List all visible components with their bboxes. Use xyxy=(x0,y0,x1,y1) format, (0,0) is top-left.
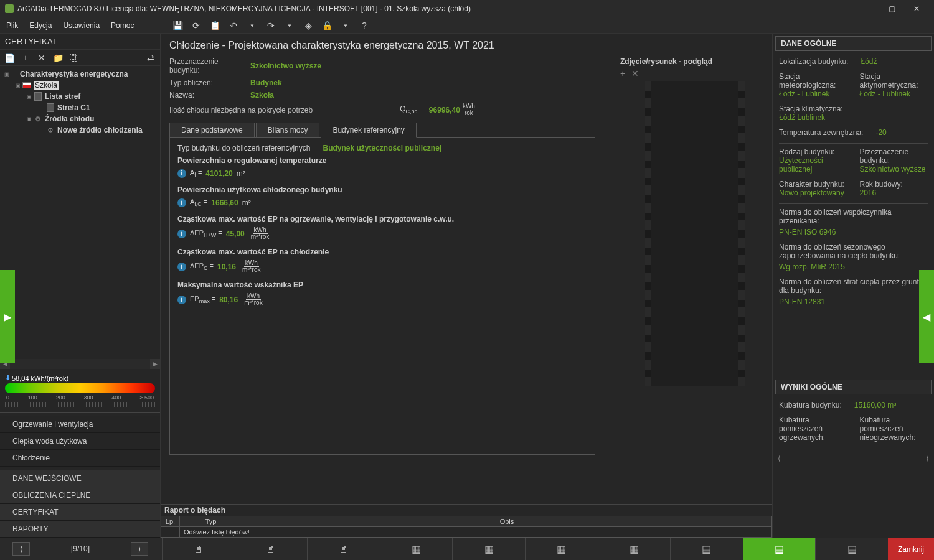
close-button[interactable]: ✕ xyxy=(904,0,929,17)
actino-label: Stacja aktynometryczna: xyxy=(860,72,928,90)
copy-icon[interactable]: 📋 xyxy=(209,20,220,31)
next-page-button[interactable]: ⟩ xyxy=(131,542,148,556)
menu-file[interactable]: Plik xyxy=(6,21,18,30)
tree-zonelist[interactable]: ▣ Lista stref xyxy=(0,91,160,102)
btype-value: Użyteczności publicznej xyxy=(779,156,847,174)
bottom-tab-5[interactable]: ▦ xyxy=(452,538,525,560)
maximize-button[interactable]: ▢ xyxy=(879,0,904,17)
norm3-label: Norma do obliczeń strat ciepła przez gru… xyxy=(779,278,928,295)
col-lp: Lp. xyxy=(161,516,180,527)
nav-thermal-calc[interactable]: OBLICZENIA CIEPLNE xyxy=(0,487,160,504)
info-icon[interactable]: i xyxy=(177,230,186,238)
bottom-tab-4[interactable]: ▦ xyxy=(380,538,453,560)
collapse-icon[interactable]: ▣ xyxy=(14,83,22,88)
bottom-tab-8[interactable]: ▤ xyxy=(670,538,743,560)
nav-input-data[interactable]: DANE WEJŚCIOWE xyxy=(0,470,160,487)
tab-basic[interactable]: Dane podstawowe xyxy=(169,123,255,137)
collapse-icon[interactable]: ▣ xyxy=(2,72,11,77)
refresh-errors[interactable]: Odśwież listę błędów! xyxy=(180,527,772,538)
cold-unit: kWhrok xyxy=(461,103,476,116)
bottom-tab-6[interactable]: ▦ xyxy=(525,538,598,560)
layers-icon[interactable]: ◈ xyxy=(303,20,314,31)
lock-icon[interactable]: 🔒 xyxy=(321,20,333,31)
right-panel-body[interactable]: Lokalizacja budynku: Łódź Stacja meteoro… xyxy=(773,54,934,377)
tab-content: Typ budynku do obliczeń referencyjnych B… xyxy=(169,138,595,455)
tree-label-root: Charakterystyka energetyczna xyxy=(20,70,128,78)
nav-reports[interactable]: RAPORTY xyxy=(0,521,160,538)
undo-dropdown-icon[interactable]: ▼ xyxy=(247,20,258,31)
prev-page-button[interactable]: ⟨ xyxy=(12,542,30,556)
tab-power[interactable]: Bilans mocy xyxy=(256,123,320,137)
cold-value: 96996,40 xyxy=(429,106,460,114)
info-icon[interactable]: i xyxy=(177,198,186,207)
tree-scrollbar[interactable]: ◀ ▶ xyxy=(0,359,160,369)
left-panel-header: CERTYFIKAT xyxy=(0,34,160,50)
gear-icon: ⚙ xyxy=(34,114,42,123)
add-image-icon[interactable]: + xyxy=(620,68,625,78)
epmax-value: 80,16 xyxy=(219,296,238,304)
refresh-icon[interactable]: ⟳ xyxy=(191,20,202,31)
nav-dhw[interactable]: Ciepła woda użytkowa xyxy=(0,433,160,450)
filmstrip xyxy=(645,81,745,386)
collapse-icon[interactable]: ▣ xyxy=(25,94,34,100)
window-title: ArCADia-TERMOCAD 8.0 Licencja dla: WEWNĘ… xyxy=(17,4,854,13)
nav-cooling[interactable]: Chłodzenie xyxy=(0,450,160,467)
info-icon[interactable]: i xyxy=(177,263,186,271)
norm1-value: PN-EN ISO 6946 xyxy=(779,228,836,236)
menu-help[interactable]: Pomoc xyxy=(111,21,134,30)
nav-heating[interactable]: Ogrzewanie i wentylacja xyxy=(0,416,160,433)
flag-icon xyxy=(22,82,31,88)
bottom-tab-7[interactable]: ▦ xyxy=(598,538,671,560)
redo-dropdown-icon[interactable]: ▼ xyxy=(284,20,295,31)
undo-icon[interactable]: ↶ xyxy=(228,20,239,31)
sync-icon[interactable]: ⇄ xyxy=(145,52,156,63)
lock-dropdown-icon[interactable]: ▼ xyxy=(340,20,351,31)
info-icon[interactable]: i xyxy=(177,296,186,304)
zone-icon xyxy=(47,103,54,112)
add-icon[interactable]: + xyxy=(20,52,31,63)
chevron-right-icon: ▶ xyxy=(4,311,11,323)
scroll-right-icon[interactable]: ▶ xyxy=(150,359,160,369)
save-icon[interactable]: 💾 xyxy=(172,20,183,31)
scroll-right-icon[interactable]: ⟩ xyxy=(926,454,929,463)
bottom-tab-9[interactable]: ▤ xyxy=(743,538,816,560)
left-panel: CERTYFIKAT 📄 + ✕ 📁 ⿻ ⇄ ▣ Charakterystyka… xyxy=(0,34,161,538)
left-drawer-handle[interactable]: ▶ xyxy=(0,270,15,363)
collapse-icon[interactable]: ▣ xyxy=(25,116,34,122)
scroll-left-icon[interactable]: ⟨ xyxy=(778,454,781,463)
close-button-bottom[interactable]: Zamknij xyxy=(888,538,934,560)
redo-icon[interactable]: ↷ xyxy=(265,20,276,31)
remove-image-icon[interactable]: ✕ xyxy=(631,68,639,78)
norm2-value: Wg rozp. MIiR 2015 xyxy=(779,263,845,271)
nav-cert[interactable]: CERTYFIKAT xyxy=(0,504,160,521)
tree-root[interactable]: ▣ Charakterystyka energetyczna xyxy=(0,68,160,80)
norm1-label: Norma do obliczeń współczynnika przenika… xyxy=(779,208,928,225)
bottom-tab-1[interactable]: 🗎 xyxy=(162,538,235,560)
menu-settings[interactable]: Ustawienia xyxy=(63,21,100,30)
left-panel-title: CERTYFIKAT xyxy=(5,37,58,46)
tree-zone-c1[interactable]: Strefa C1 xyxy=(0,102,160,113)
col-type: Typ xyxy=(180,516,242,527)
tree-cold-sources[interactable]: ▣ ⚙ Źródła chłodu xyxy=(0,113,160,124)
help-icon[interactable]: ? xyxy=(359,20,370,31)
left-bottom-nav: Ogrzewanie i wentylacja Ciepła woda użyt… xyxy=(0,412,160,538)
tab-reference[interactable]: Budynek referencyjny xyxy=(321,123,416,138)
norm2-label: Norma do obliczeń sezonowego zapotrzebow… xyxy=(779,243,928,260)
titlebar: ArCADia-TERMOCAD 8.0 Licencja dla: WEWNĘ… xyxy=(0,0,934,17)
bottom-tab-3[interactable]: 🗎 xyxy=(307,538,380,560)
tree-school[interactable]: ▣ Szkoła xyxy=(0,80,160,91)
year-value: 2016 xyxy=(860,189,928,197)
meteo-label: Stacja meteorologiczna: xyxy=(779,72,847,90)
bottom-tab-2[interactable]: 🗎 xyxy=(235,538,308,560)
bottom-tab-10[interactable]: ▤ xyxy=(815,538,888,560)
remove-icon[interactable]: ✕ xyxy=(36,52,47,63)
new-item-icon[interactable]: 📄 xyxy=(4,52,15,63)
tree-new-cold[interactable]: ⚙ Nowe źródło chłodzenia xyxy=(0,124,160,136)
right-drawer-handle[interactable]: ◀ xyxy=(919,270,934,363)
folder-icon[interactable]: 📁 xyxy=(52,52,64,63)
minimize-button[interactable]: ─ xyxy=(854,0,879,17)
duplicate-icon[interactable]: ⿻ xyxy=(68,52,80,63)
info-icon[interactable]: i xyxy=(177,169,186,178)
rp-purpose-value: Szkolnictwo wyższe xyxy=(860,165,928,174)
menu-edit[interactable]: Edycja xyxy=(29,21,52,30)
